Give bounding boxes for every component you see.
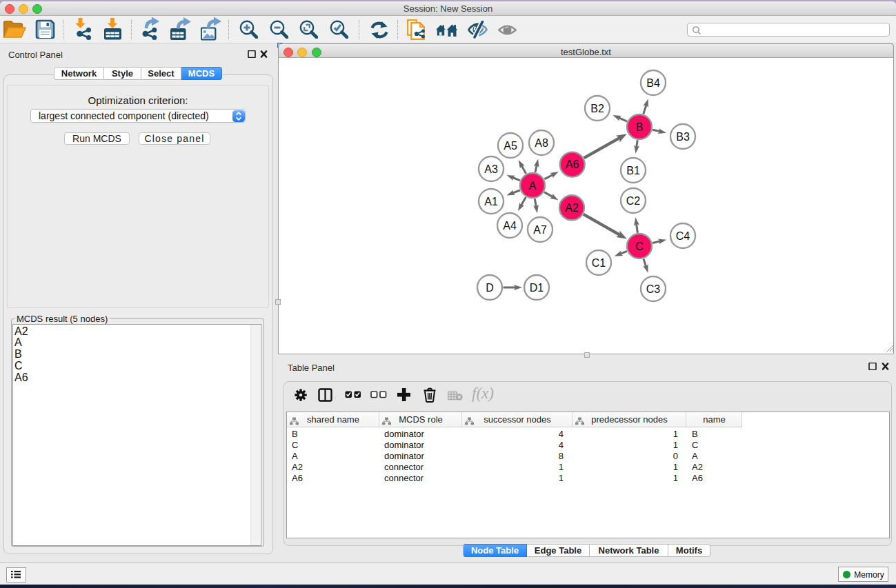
svg-text:B2: B2 [590, 103, 604, 114]
svg-text:A4: A4 [503, 220, 517, 232]
svg-text:A2: A2 [565, 202, 579, 214]
svg-text:C3: C3 [646, 283, 661, 295]
svg-text:D1: D1 [530, 282, 544, 294]
svg-text:C2: C2 [626, 195, 641, 207]
svg-text:B4: B4 [646, 77, 660, 89]
svg-text:B: B [636, 121, 644, 133]
svg-text:B1: B1 [626, 165, 640, 176]
svg-text:C4: C4 [676, 230, 690, 242]
svg-text:C: C [635, 241, 644, 252]
svg-text:A8: A8 [535, 137, 548, 149]
svg-text:A7: A7 [533, 224, 547, 236]
svg-text:C1: C1 [592, 257, 606, 269]
svg-text:A5: A5 [504, 140, 517, 152]
svg-text:D: D [486, 282, 494, 294]
svg-text:A6: A6 [566, 159, 579, 170]
svg-text:A3: A3 [484, 163, 498, 175]
svg-text:B3: B3 [676, 131, 690, 143]
svg-text:A: A [529, 180, 537, 192]
svg-text:A1: A1 [484, 196, 498, 207]
